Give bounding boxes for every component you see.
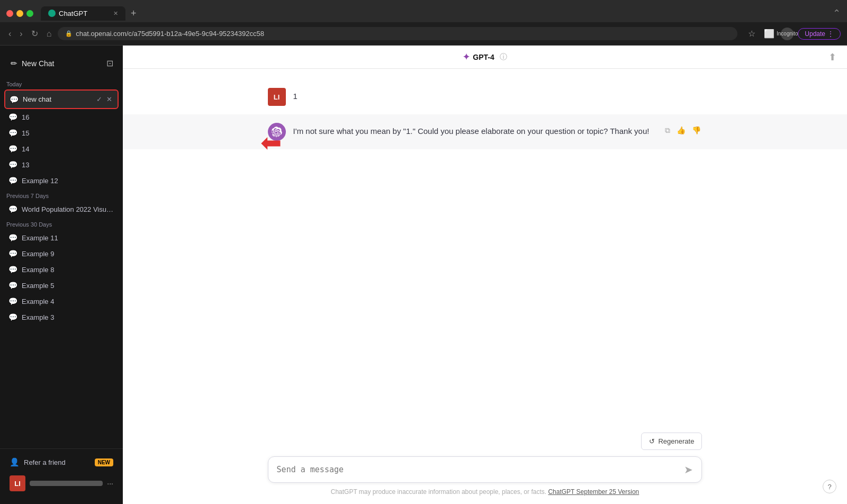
chat-footer: ↺ Regenerate ➤ ChatGPT may produce inacc… (123, 424, 847, 504)
regenerate-btn[interactable]: ↺ Regenerate (641, 433, 702, 450)
model-label: GPT-4 (473, 53, 494, 61)
forward-btn[interactable]: › (17, 27, 24, 41)
chat-icon: 💬 (8, 233, 17, 242)
sidebar-list: Today 💬 ✓ ✕ 💬 16 💬 15 💬 14 (0, 77, 123, 448)
chat-label: World Population 2022 Visua… (22, 205, 114, 213)
chat-icon: 💬 (8, 160, 17, 169)
browser-chrome: ChatGPT ✕ + ⌃ ‹ › ↻ ⌂ 🔒 chat.openai.com/… (0, 0, 847, 46)
chat-item-15[interactable]: 💬 15 (4, 125, 119, 141)
user-menu-btn[interactable]: ··· (107, 479, 113, 488)
help-btn[interactable]: ? (823, 480, 836, 493)
minimize-traffic-light[interactable] (16, 10, 23, 17)
chat-icon: 💬 (8, 297, 17, 305)
profile-btn[interactable]: Incognito (781, 28, 794, 40)
disclaimer-link[interactable]: ChatGPT September 25 Version (548, 488, 639, 496)
chat-icon: 💬 (8, 176, 17, 185)
edit-actions: ✓ ✕ (95, 94, 113, 104)
refer-label: Refer a friend (24, 458, 66, 466)
app: ✏ New Chat ⊡ Today 💬 ✓ ✕ 💬 16 (0, 46, 847, 504)
chat-icon: 💬 (8, 145, 17, 153)
update-btn[interactable]: Update ⋮ (798, 28, 841, 40)
message-input-row: ➤ (268, 456, 702, 483)
send-btn[interactable]: ➤ (684, 463, 693, 476)
chat-item-example12[interactable]: 💬 Example 12 (4, 173, 119, 188)
chat-label: Example 11 (22, 234, 58, 242)
new-chat-btn[interactable]: ✏ New Chat (5, 55, 98, 73)
extensions-btn[interactable]: ⬜ (762, 26, 777, 41)
user-profile[interactable]: LI ··· (4, 471, 119, 496)
pencil-icon: ✏ (11, 59, 17, 68)
chat-icon: 💬 (8, 313, 17, 321)
chat-label: Example 4 (22, 298, 54, 305)
new-chat-label: New Chat (22, 59, 54, 68)
home-btn[interactable]: ⌂ (44, 27, 54, 41)
chat-label: 15 (22, 129, 29, 137)
refer-friend-btn[interactable]: 👤 Refer a friend NEW (4, 453, 119, 471)
chat-icon: 💬 (8, 249, 17, 258)
layout-icon-btn[interactable]: ⊡ (102, 54, 118, 73)
tab-favicon (48, 10, 56, 17)
chat-label: Example 9 (22, 250, 54, 258)
chat-item-example9[interactable]: 💬 Example 9 (4, 246, 119, 262)
chat-label: 14 (22, 145, 29, 153)
tab-label: ChatGPT (59, 10, 87, 17)
bookmark-btn[interactable]: ☆ (746, 26, 758, 41)
user-message-row: LI 1 (123, 79, 847, 114)
cancel-edit-btn[interactable]: ✕ (105, 94, 113, 104)
address-bar[interactable]: 🔒 chat.openai.com/c/a75d5991-b12a-49e5-9… (58, 27, 737, 40)
chat-item-14[interactable]: 💬 14 (4, 141, 119, 157)
user-avatar: LI (10, 475, 25, 491)
chat-label: Example 12 (22, 177, 58, 185)
new-badge: NEW (95, 458, 113, 466)
chat-icon: 💬 (8, 129, 17, 137)
active-tab[interactable]: ChatGPT ✕ (41, 6, 125, 21)
regenerate-label: Regenerate (658, 437, 694, 445)
maximize-traffic-light[interactable] (26, 10, 33, 17)
sidebar: ✏ New Chat ⊡ Today 💬 ✓ ✕ 💬 16 (0, 46, 123, 504)
chat-item-example11[interactable]: 💬 Example 11 (4, 230, 119, 246)
chat-item-example8[interactable]: 💬 Example 8 (4, 262, 119, 277)
chat-name-input[interactable] (23, 95, 91, 103)
gpt-logo-icon (272, 127, 282, 137)
main-chat: ⬅ ✦ GPT-4 ⓘ ⬆ LI 1 (123, 46, 847, 504)
chat-item-example3[interactable]: 💬 Example 3 (4, 309, 119, 325)
chat-label: 16 (22, 113, 29, 121)
chat-icon: 💬 (10, 95, 19, 104)
chat-item-13[interactable]: 💬 13 (4, 157, 119, 173)
share-btn[interactable]: ⬆ (828, 51, 836, 63)
chat-item-16[interactable]: 💬 16 (4, 109, 119, 125)
reload-btn[interactable]: ↻ (29, 26, 40, 41)
chat-item-example4[interactable]: 💬 Example 4 (4, 293, 119, 309)
tab-close-btn[interactable]: ✕ (113, 10, 118, 17)
chat-item-worldpop[interactable]: 💬 World Population 2022 Visua… (4, 201, 119, 217)
assistant-message-content: I'm not sure what you mean by "1." Could… (293, 123, 657, 138)
close-traffic-light[interactable] (6, 10, 13, 17)
chat-label: 13 (22, 161, 29, 169)
disclaimer-text: ChatGPT may produce inaccurate informati… (331, 488, 546, 496)
address-text: chat.openai.com/c/a75d5991-b12a-49e5-9c9… (76, 30, 264, 38)
window-controls[interactable]: ⌃ (833, 7, 841, 19)
nav-bar: ‹ › ↻ ⌂ 🔒 chat.openai.com/c/a75d5991-b12… (0, 22, 847, 46)
confirm-edit-btn[interactable]: ✓ (95, 94, 103, 104)
chat-icon: 💬 (8, 281, 17, 290)
regenerate-icon: ↺ (649, 437, 655, 445)
new-tab-btn[interactable]: + (128, 8, 140, 19)
model-badge: ✦ GPT-4 ⓘ (463, 52, 507, 62)
thumbs-down-btn[interactable]: 👎 (691, 125, 702, 136)
editing-chat-item[interactable]: 💬 ✓ ✕ (4, 89, 119, 109)
info-btn[interactable]: ⓘ (500, 52, 507, 62)
copy-btn[interactable]: ⧉ (664, 125, 671, 136)
tab-bar: ChatGPT ✕ + ⌃ (0, 0, 847, 22)
profile-label: Incognito (777, 31, 798, 37)
update-label: Update (805, 30, 825, 38)
message-input[interactable] (277, 465, 684, 474)
chat-item-example5[interactable]: 💬 Example 5 (4, 277, 119, 293)
back-btn[interactable]: ‹ (6, 27, 13, 41)
assistant-message-row: I'm not sure what you mean by "1." Could… (123, 114, 847, 149)
prev7-section-label: Previous 7 Days (4, 188, 119, 201)
messages-container: LI 1 I'm not sure what you mean by "1." … (123, 69, 847, 424)
chat-header: ✦ GPT-4 ⓘ ⬆ (123, 46, 847, 69)
regenerate-row: ↺ Regenerate (268, 433, 702, 450)
thumbs-up-btn[interactable]: 👍 (675, 125, 687, 136)
user-message-content: 1 (293, 88, 702, 103)
